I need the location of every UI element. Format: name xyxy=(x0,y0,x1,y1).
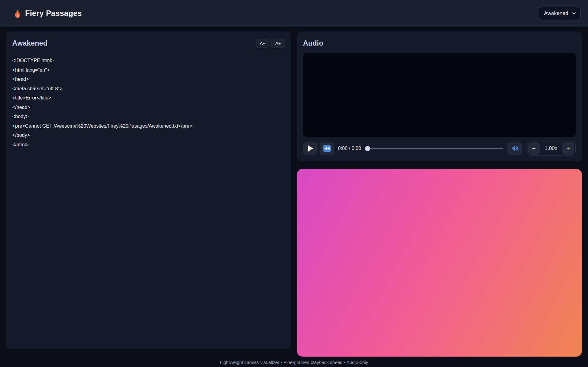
passage-line: <body> xyxy=(12,112,285,122)
font-increase-button[interactable]: A+ xyxy=(271,39,285,48)
passage-line: <html lang="en"> xyxy=(12,66,285,75)
passage-line: </body> xyxy=(12,131,285,140)
speed-increase-button[interactable]: + xyxy=(562,142,574,155)
seek-thumb[interactable] xyxy=(365,146,370,151)
play-button[interactable] xyxy=(303,142,317,155)
speed-control: − 1.00x + xyxy=(526,141,576,156)
rewind-button[interactable] xyxy=(320,142,334,155)
play-icon xyxy=(308,145,313,152)
rewind-icon xyxy=(323,145,331,152)
passage-line: <meta charset="utf-8"> xyxy=(12,84,285,94)
visualizer-canvas xyxy=(297,169,582,357)
passage-select-value: Awakened xyxy=(544,10,568,17)
audio-title: Audio xyxy=(303,39,323,47)
audio-visualizer-box xyxy=(303,53,576,137)
speed-decrease-button[interactable]: − xyxy=(528,142,540,155)
chevron-down-icon xyxy=(572,12,576,15)
reader-panel: Awakened A− A+ <!DOCTYPE html><html lang… xyxy=(6,32,291,349)
app-title: Fiery Passages xyxy=(25,9,82,18)
audio-controls: 0:00 / 0:00 − 1.00x + xyxy=(303,141,576,156)
seek-slider[interactable] xyxy=(366,142,503,155)
app-header: Fiery Passages Awakened xyxy=(0,0,588,27)
passage-line: <pre>Cannot GET /Awesome%20Websites/Fire… xyxy=(12,122,285,131)
passage-line: <head> xyxy=(12,75,285,84)
footer: Lightweight canvas visualizer • Fine-gra… xyxy=(0,358,588,367)
passage-line: <title>Error</title> xyxy=(12,93,285,103)
passage-select[interactable]: Awakened xyxy=(539,7,581,20)
brand: Fiery Passages xyxy=(13,9,82,18)
font-decrease-button[interactable]: A− xyxy=(256,39,269,48)
noise-texture xyxy=(297,169,582,357)
speed-value: 1.00x xyxy=(543,145,559,152)
footer-tagline: Lightweight canvas visualizer • Fine-gra… xyxy=(220,360,368,365)
volume-button[interactable] xyxy=(507,142,522,155)
volume-icon xyxy=(511,145,518,152)
seek-track xyxy=(366,148,503,149)
flame-icon xyxy=(13,9,21,18)
passage-line: </head> xyxy=(12,103,285,112)
time-display: 0:00 / 0:00 xyxy=(338,146,361,151)
passage-line: <!DOCTYPE html> xyxy=(12,56,285,66)
reader-title: Awakened xyxy=(12,39,47,47)
audio-panel: Audio 0:00 / 0:00 xyxy=(297,32,582,161)
passage-line: </html> xyxy=(12,140,285,150)
passage-text: <!DOCTYPE html><html lang="en"><head><me… xyxy=(12,56,285,149)
